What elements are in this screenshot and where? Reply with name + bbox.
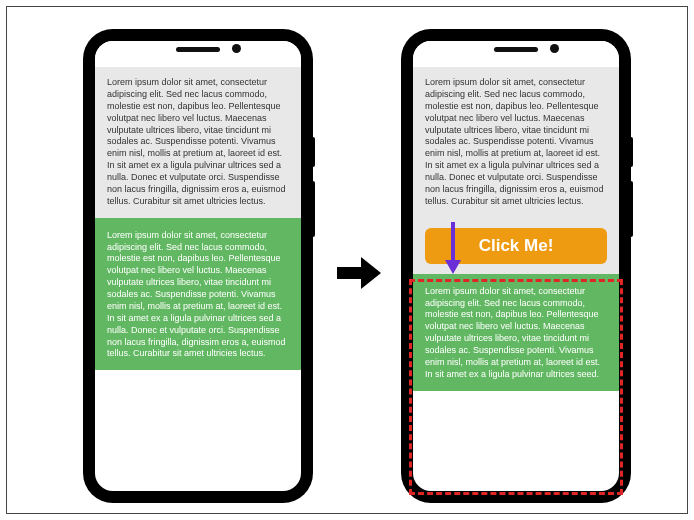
- phone-notch: [413, 41, 619, 65]
- paragraph-bottom: Lorem ipsum dolor sit amet, consectetur …: [413, 274, 619, 391]
- speaker-icon: [494, 47, 538, 52]
- paragraph-bottom: Lorem ipsum dolor sit amet, consectetur …: [95, 218, 301, 371]
- phone-screen: Lorem ipsum dolor sit amet, consectetur …: [95, 41, 301, 491]
- button-container: Click Me!: [413, 218, 619, 274]
- camera-icon: [232, 44, 241, 53]
- phone-screen: Lorem ipsum dolor sit amet, consectetur …: [413, 41, 619, 491]
- phone-after: Lorem ipsum dolor sit amet, consectetur …: [403, 31, 629, 501]
- diagram-frame: Lorem ipsum dolor sit amet, consectetur …: [6, 6, 688, 514]
- arrow-down-icon: [443, 220, 463, 280]
- speaker-icon: [176, 47, 220, 52]
- power-button-icon: [311, 137, 315, 167]
- phone-notch: [95, 41, 301, 65]
- power-button-icon: [629, 137, 633, 167]
- screen-content[interactable]: Lorem ipsum dolor sit amet, consectetur …: [413, 67, 619, 491]
- volume-button-icon: [629, 181, 633, 237]
- camera-icon: [550, 44, 559, 53]
- paragraph-top: Lorem ipsum dolor sit amet, consectetur …: [95, 67, 301, 218]
- screen-content[interactable]: Lorem ipsum dolor sit amet, consectetur …: [95, 67, 301, 491]
- arrow-right-icon: [335, 255, 383, 295]
- volume-button-icon: [311, 181, 315, 237]
- paragraph-top: Lorem ipsum dolor sit amet, consectetur …: [413, 67, 619, 218]
- phone-before: Lorem ipsum dolor sit amet, consectetur …: [85, 31, 311, 501]
